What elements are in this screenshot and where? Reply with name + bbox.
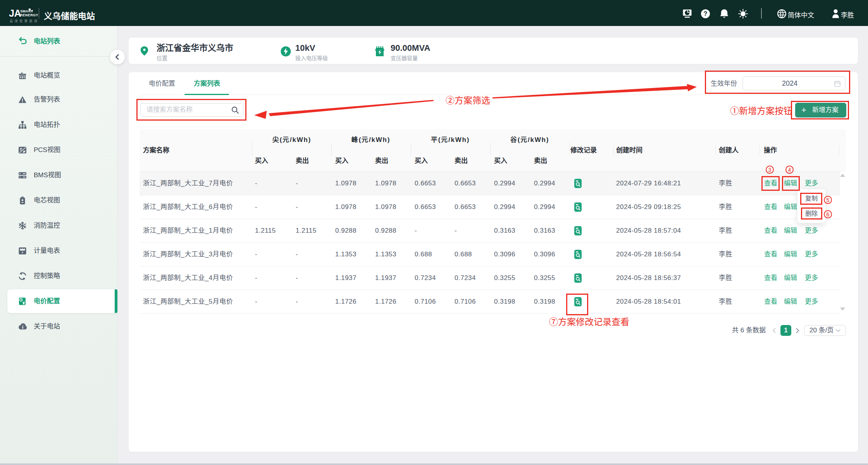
svg-text:?: ? bbox=[704, 10, 708, 17]
